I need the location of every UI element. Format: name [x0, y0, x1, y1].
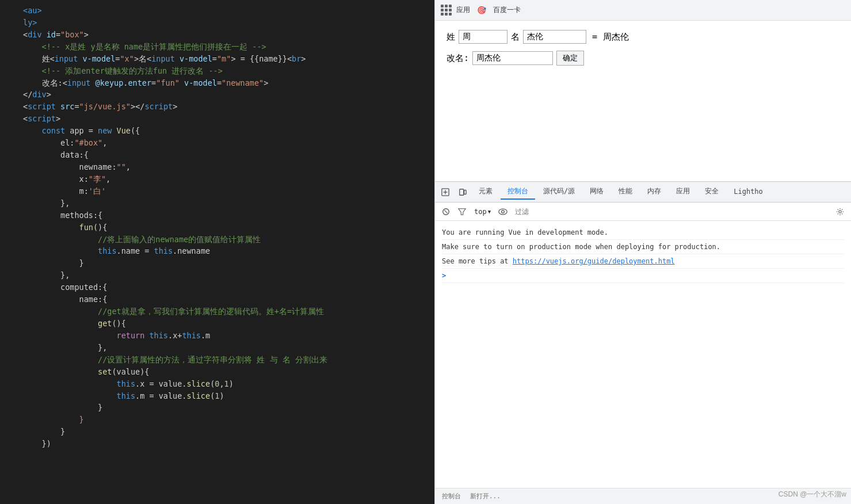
line-number — [0, 293, 23, 306]
line-content: this.m = value.slice(1) — [23, 390, 224, 402]
right-panel: 应用 🎯 百度一卡 姓 名 = 周杰伦 改名: 确定 — [434, 0, 851, 504]
line-content: //将上面输入的newname的值赋值给计算属性 — [23, 234, 261, 246]
line-number — [0, 269, 23, 281]
line-content: const app = new Vue({ — [23, 125, 140, 137]
line-content: <!-- x是姓 y是名称 name是计算属性把他们拼接在一起 --> — [23, 41, 266, 53]
surname-input[interactable] — [459, 30, 507, 44]
code-line: data:{ — [0, 149, 434, 161]
line-content: methods:{ — [23, 209, 102, 222]
line-content: <script src="js/vue.js"></script> — [23, 101, 177, 113]
svg-point-10 — [839, 210, 841, 212]
code-line: 姓<input v-model="x">名<input v-model="m">… — [0, 53, 434, 65]
line-content: </div> — [23, 89, 51, 101]
tab-memory[interactable]: 内存 — [640, 184, 668, 200]
code-line: ly> — [0, 17, 434, 29]
line-number — [0, 378, 23, 390]
line-content: data:{ — [23, 149, 89, 161]
line-content: el:"#box", — [23, 137, 107, 149]
code-line: } — [0, 402, 434, 414]
surname-label: 姓 — [447, 32, 455, 43]
console-output: You are running Vue in development mode.… — [435, 221, 851, 488]
line-content: }, — [23, 269, 70, 281]
code-line: fun(){ — [0, 222, 434, 234]
code-line: } — [0, 414, 434, 426]
line-number — [0, 77, 23, 89]
line-content: newname:"", — [23, 161, 131, 173]
inspect-icon[interactable] — [437, 184, 453, 200]
code-line: 改名:<input @keyup.enter="fun" v-model="ne… — [0, 77, 434, 89]
context-selector[interactable]: top ▼ — [472, 207, 493, 217]
line-content: m:'白' — [23, 185, 106, 197]
device-icon[interactable] — [455, 184, 471, 200]
line-number — [0, 209, 23, 222]
eye-icon[interactable] — [497, 205, 509, 218]
tab-source[interactable]: 源代码/源 — [536, 184, 582, 200]
line-content: return this.x+this.m — [23, 330, 210, 342]
code-line: //设置计算属性的方法，通过字符串分割将 姓 与 名 分割出来 — [0, 354, 434, 366]
filter-input[interactable] — [513, 208, 830, 216]
line-content: set(value){ — [23, 366, 149, 378]
line-number — [0, 5, 23, 17]
full-name-result: 周杰伦 — [603, 32, 629, 43]
line-number — [0, 137, 23, 149]
line-content: ly> — [23, 17, 37, 29]
line-content: //get就是拿，写我们拿计算属性的逻辑代码。姓+名=计算属性 — [23, 306, 324, 318]
code-line: computed:{ — [0, 281, 434, 293]
code-line: <!-- x是姓 y是名称 name是计算属性把他们拼接在一起 --> — [0, 41, 434, 53]
line-content: }) — [23, 438, 51, 450]
svg-point-8 — [499, 209, 507, 215]
line-number — [0, 125, 23, 137]
console-msg-1: You are running Vue in development mode. — [442, 226, 844, 240]
svg-rect-4 — [464, 190, 467, 194]
code-line: <div id="box"> — [0, 29, 434, 41]
line-content: fun(){ — [23, 222, 107, 234]
tab-performance[interactable]: 性能 — [612, 184, 639, 200]
line-number — [0, 402, 23, 414]
name-input[interactable] — [523, 30, 586, 44]
tab-lighthouse[interactable]: Lightho — [727, 185, 770, 199]
line-content: x:"李", — [23, 173, 110, 185]
filter-icon[interactable] — [456, 205, 468, 218]
apps-label: 应用 — [456, 5, 470, 15]
line-number — [0, 257, 23, 269]
line-number — [0, 438, 23, 450]
line-content: <script> — [23, 113, 60, 125]
tab-application[interactable]: 应用 — [669, 184, 697, 200]
line-content: <div id="box"> — [23, 29, 89, 41]
deployment-link[interactable]: https://vuejs.org/guide/deployment.html — [513, 257, 675, 265]
code-line: //将上面输入的newname的值赋值给计算属性 — [0, 234, 434, 246]
clear-console-icon[interactable] — [440, 205, 452, 218]
top-label: top — [474, 208, 487, 216]
line-number — [0, 101, 23, 113]
code-line: const app = new Vue({ — [0, 125, 434, 137]
tab-security[interactable]: 安全 — [698, 184, 726, 200]
tab-elements[interactable]: 元素 — [472, 184, 499, 200]
line-content: name:{ — [23, 293, 107, 306]
svg-line-6 — [444, 210, 447, 213]
line-number — [0, 41, 23, 53]
line-content: this.name = this.newname — [23, 245, 210, 257]
code-line: <au> — [0, 5, 434, 17]
tab-network[interactable]: 网络 — [583, 184, 610, 200]
code-line: <script> — [0, 113, 434, 125]
code-line: this.x = value.slice(0,1) — [0, 378, 434, 390]
line-content: } — [23, 402, 121, 414]
code-line: this.name = this.newname — [0, 245, 434, 257]
line-content: } — [23, 257, 84, 269]
code-line: } — [0, 257, 434, 269]
console-prompt: > — [442, 269, 844, 283]
rename-row: 改名: 确定 — [447, 51, 839, 66]
line-number — [0, 354, 23, 366]
line-content: this.x = value.slice(0,1) — [23, 378, 234, 390]
code-line: } — [0, 426, 434, 438]
code-line: name:{ — [0, 293, 434, 306]
console-msg-3: See more tips at https://vuejs.org/guide… — [442, 254, 844, 269]
code-line: methods:{ — [0, 209, 434, 222]
line-content: <au> — [23, 5, 42, 17]
tab-console[interactable]: 控制台 — [501, 184, 535, 200]
rename-input[interactable] — [472, 51, 553, 65]
settings-icon[interactable] — [834, 205, 846, 218]
line-number — [0, 234, 23, 246]
code-line: }, — [0, 342, 434, 354]
confirm-button[interactable]: 确定 — [556, 51, 584, 66]
